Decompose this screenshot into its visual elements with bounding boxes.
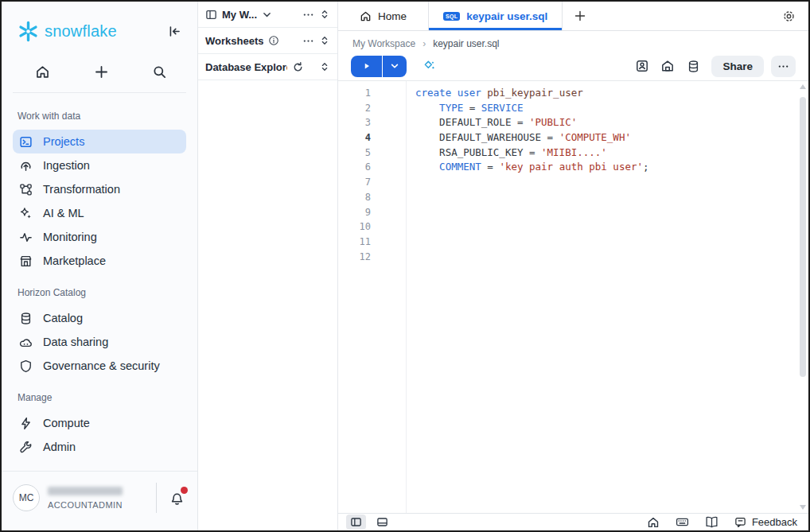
database-explorer-row: Database Explorer [198, 54, 337, 80]
more-options-icon[interactable] [302, 35, 314, 47]
sidebar-nav: Work with data Projects Ingestion Transf… [2, 93, 197, 459]
run-split-button [351, 56, 407, 77]
tab-home[interactable]: Home [338, 2, 429, 30]
more-options-icon[interactable] [302, 9, 314, 21]
code-line: COMMENT = 'key pair auth pbi user'; [415, 160, 808, 175]
toggle-bottom-panel-icon[interactable] [372, 515, 392, 530]
tab-label: Home [378, 10, 407, 22]
user-menu[interactable]: MC ACCOUNTADMIN [2, 471, 197, 530]
breadcrumb-root[interactable]: My Workspace [352, 38, 415, 49]
sidebar-item-governance-security[interactable]: Governance & security [13, 354, 186, 378]
database-context-icon[interactable] [683, 56, 703, 76]
workspace-selector[interactable]: My W... [222, 9, 257, 21]
line-number: 12 [338, 250, 406, 265]
scroll-up-icon[interactable] [800, 83, 806, 91]
sidebar-item-projects[interactable]: Projects [13, 130, 186, 153]
user-area-divider [156, 483, 157, 513]
sidebar-item-catalog[interactable]: Catalog [13, 306, 186, 330]
new-tab-button[interactable] [563, 2, 598, 30]
tab-keypair-user-sql[interactable]: SQL keypair user.sql [429, 2, 563, 30]
home-icon [360, 10, 372, 22]
refresh-icon[interactable] [292, 61, 304, 73]
sidebar-item-ai-ml[interactable]: AI & ML [13, 201, 186, 225]
notifications-bell-icon[interactable] [169, 491, 185, 506]
editor-statusbar: Feedback [338, 513, 808, 530]
upload-cloud-icon [19, 159, 33, 173]
docs-book-icon[interactable] [705, 515, 718, 529]
sidebar-item-label: Projects [43, 135, 84, 148]
share-cloud-icon [19, 336, 33, 349]
line-number: 3 [338, 115, 406, 130]
section-label-horizon-catalog: Horizon Catalog [18, 287, 181, 298]
chevron-down-icon[interactable] [262, 10, 272, 20]
sidebar-item-label: Transformation [43, 183, 120, 196]
tab-label: keypair user.sql [466, 10, 547, 22]
more-actions-button[interactable] [771, 56, 796, 77]
info-icon[interactable] [268, 35, 279, 46]
run-button[interactable] [351, 56, 382, 77]
sidebar-item-label: Ingestion [43, 159, 90, 172]
avatar[interactable]: MC [13, 484, 40, 511]
user-role: ACCOUNTADMIN [48, 500, 151, 510]
snowflake-logo-icon [18, 21, 39, 42]
wrench-icon [19, 441, 33, 454]
sidebar-item-label: AI & ML [43, 207, 84, 219]
expand-collapse-icon[interactable] [319, 9, 330, 20]
sidebar-item-admin[interactable]: Admin [13, 435, 186, 459]
settings-gear-icon[interactable] [769, 2, 808, 30]
warehouse-icon[interactable] [657, 56, 678, 76]
collapse-sidebar-icon[interactable] [168, 25, 181, 38]
keyboard-shortcuts-icon[interactable] [676, 515, 689, 529]
scrollbar-track[interactable] [800, 91, 806, 503]
expand-collapse-icon[interactable] [319, 61, 330, 72]
play-icon [362, 61, 372, 71]
bolt-icon [19, 417, 33, 430]
sidebar-item-monitoring[interactable]: Monitoring [13, 225, 186, 249]
worksheets-header[interactable]: Worksheets [205, 35, 263, 47]
sidebar-item-compute[interactable]: Compute [13, 411, 186, 435]
line-number: 2 [338, 101, 406, 116]
line-number: 5 [338, 146, 406, 161]
feedback-label: Feedback [752, 516, 797, 528]
feedback-button[interactable]: Feedback [734, 516, 797, 528]
share-button[interactable]: Share [711, 56, 764, 77]
storefront-icon [19, 254, 33, 268]
editor-scrollbar [799, 83, 807, 511]
scroll-down-icon[interactable] [800, 503, 806, 511]
code-lines[interactable]: create user pbi_keypair_user TYPE = SERV… [407, 81, 808, 513]
tab-bar: Home SQL keypair user.sql [338, 2, 808, 31]
copilot-sparkle-icon[interactable] [423, 59, 437, 73]
run-options-dropdown[interactable] [383, 56, 407, 77]
logo-wordmark: snowflake [45, 22, 117, 41]
toggle-left-panel-icon[interactable] [346, 515, 366, 530]
expand-collapse-icon[interactable] [319, 35, 330, 46]
sidebar-item-ingestion[interactable]: Ingestion [13, 153, 186, 177]
code-line: DEFAULT_ROLE = 'PUBLIC' [415, 115, 808, 130]
breadcrumb-current: keypair user.sql [433, 38, 499, 49]
code-line: create user pbi_keypair_user [415, 86, 808, 101]
role-context-icon[interactable] [632, 56, 652, 76]
sidebar-item-label: Catalog [43, 312, 83, 324]
sidebar-item-label: Governance & security [43, 359, 160, 372]
home-icon[interactable] [35, 64, 50, 80]
sidebar-item-transformation[interactable]: Transformation [13, 177, 186, 201]
create-new-icon[interactable] [94, 64, 109, 80]
sidebar-item-marketplace[interactable]: Marketplace [13, 249, 186, 273]
line-number: 8 [338, 190, 406, 205]
database-icon [19, 312, 33, 325]
search-icon[interactable] [152, 64, 167, 80]
line-number: 1 [338, 86, 406, 101]
section-label-work-with-data: Work with data [18, 111, 181, 122]
sql-file-icon: SQL [443, 12, 460, 21]
line-number: 6 [338, 160, 406, 175]
worksheets-row: Worksheets [198, 28, 337, 54]
line-number: 7 [338, 175, 406, 190]
home-icon[interactable] [647, 516, 660, 529]
database-explorer-header[interactable]: Database Explorer [205, 61, 287, 73]
explorer-panel: My W... Worksheets [198, 2, 338, 530]
sidebar-item-label: Admin [43, 441, 76, 453]
sparkle-icon [19, 207, 33, 220]
flow-nodes-icon [19, 183, 33, 196]
sidebar-item-data-sharing[interactable]: Data sharing [13, 330, 186, 354]
scrollbar-thumb[interactable] [800, 97, 806, 377]
